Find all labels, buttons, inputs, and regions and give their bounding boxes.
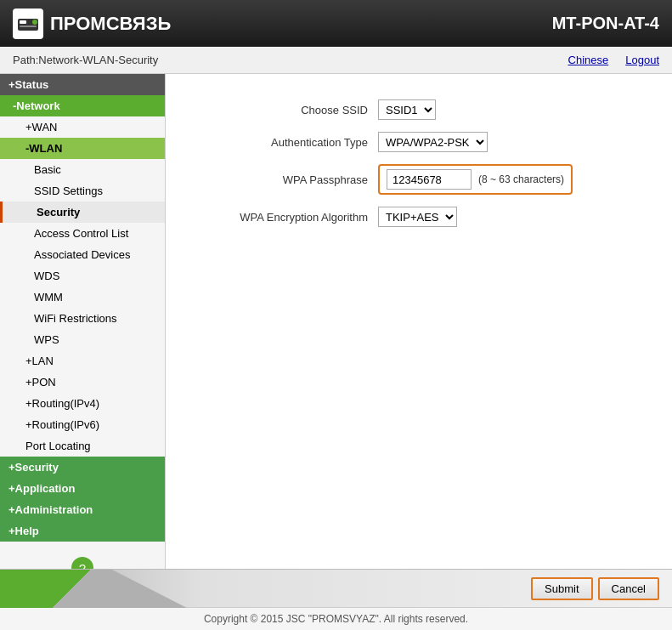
footer-bar: Submit Cancel [0,569,672,607]
encryption-label: WPA Encryption Algorithm [191,211,378,224]
sidebar-item-wlan[interactable]: -WLAN [0,138,165,159]
sidebar-item-wan[interactable]: +WAN [0,116,165,138]
footer-stripe [0,570,187,608]
ssid-label: Choose SSID [191,104,378,116]
sidebar-item-wmm[interactable]: WMM [0,287,165,308]
passphrase-control: (8 ~ 63 characters) [378,164,573,195]
main-layout: +Status -Network +WAN -WLAN Basic SSID S… [0,74,672,569]
sidebar-item-routing-ipv4[interactable]: +Routing(IPv4) [0,393,165,414]
passphrase-box: (8 ~ 63 characters) [378,164,573,195]
svg-rect-1 [20,20,26,24]
passphrase-row: WPA Passphrase (8 ~ 63 characters) [191,164,647,195]
help-button-area: ? [0,550,165,569]
sidebar-item-port-locating[interactable]: Port Locating [0,435,165,457]
encryption-select[interactable]: TKIP+AES TKIP AES [378,207,457,227]
sidebar-item-wifi-restrictions[interactable]: WiFi Restrictions [0,308,165,329]
breadcrumb-bar: Path:Network-WLAN-Security Chinese Logou… [0,47,672,74]
sidebar-item-network[interactable]: -Network [0,95,165,116]
sidebar-item-associated-devices[interactable]: Associated Devices [0,244,165,265]
logo-icon [13,9,43,39]
device-title: MT-PON-AT-4 [552,14,659,33]
sidebar-item-administration[interactable]: +Administration [0,499,165,520]
submit-button[interactable]: Submit [531,577,592,600]
sidebar-item-status[interactable]: +Status [0,74,165,95]
logo-area: ПРОМСВЯЗЬ [13,9,171,39]
auth-type-label: Authentication Type [191,136,378,149]
logout-link[interactable]: Logout [625,54,659,66]
breadcrumb-links: Chinese Logout [568,54,659,66]
encryption-row: WPA Encryption Algorithm TKIP+AES TKIP A… [191,207,647,227]
breadcrumb: Path:Network-WLAN-Security [13,54,158,66]
help-button[interactable]: ? [71,557,93,569]
cancel-button[interactable]: Cancel [598,577,659,600]
sidebar-item-access-control-list[interactable]: Access Control List [0,223,165,244]
sidebar-item-help[interactable]: +Help [0,520,165,542]
passphrase-hint: (8 ~ 63 characters) [478,173,564,185]
sidebar-item-security-section[interactable]: +Security [0,457,165,478]
passphrase-input[interactable] [387,169,472,190]
sidebar-item-application[interactable]: +Application [0,478,165,499]
content-area: Choose SSID SSID1 SSID2 SSID3 SSID4 Auth… [166,74,672,569]
ssid-control: SSID1 SSID2 SSID3 SSID4 [378,99,436,120]
ssid-row: Choose SSID SSID1 SSID2 SSID3 SSID4 [191,99,647,120]
logo-text: ПРОМСВЯЗЬ [50,13,171,35]
sidebar-item-basic[interactable]: Basic [0,159,165,180]
sidebar-item-pon[interactable]: +PON [0,372,165,393]
sidebar-item-ssid-settings[interactable]: SSID Settings [0,180,165,201]
header: ПРОМСВЯЗЬ MT-PON-AT-4 [0,0,672,47]
svg-rect-2 [20,26,37,27]
sidebar-item-lan[interactable]: +LAN [0,350,165,372]
sidebar-item-routing-ipv6[interactable]: +Routing(IPv6) [0,414,165,435]
ssid-select[interactable]: SSID1 SSID2 SSID3 SSID4 [378,99,436,120]
sidebar-item-wds[interactable]: WDS [0,265,165,287]
sidebar-item-security[interactable]: Security [0,201,165,223]
svg-point-3 [32,20,37,25]
sidebar-item-wps[interactable]: WPS [0,329,165,350]
form-section: Choose SSID SSID1 SSID2 SSID3 SSID4 Auth… [191,99,647,227]
sidebar: +Status -Network +WAN -WLAN Basic SSID S… [0,74,166,569]
auth-type-control: WPA/WPA2-PSK WPA-PSK WPA2-PSK Open Share… [378,132,488,152]
chinese-link[interactable]: Chinese [568,54,609,66]
encryption-control: TKIP+AES TKIP AES [378,207,457,227]
auth-type-select[interactable]: WPA/WPA2-PSK WPA-PSK WPA2-PSK Open Share… [378,132,488,152]
copyright: Copyright © 2015 JSC "PROMSVYAZ". All ri… [0,607,672,630]
auth-type-row: Authentication Type WPA/WPA2-PSK WPA-PSK… [191,132,647,152]
passphrase-label: WPA Passphrase [191,173,378,186]
